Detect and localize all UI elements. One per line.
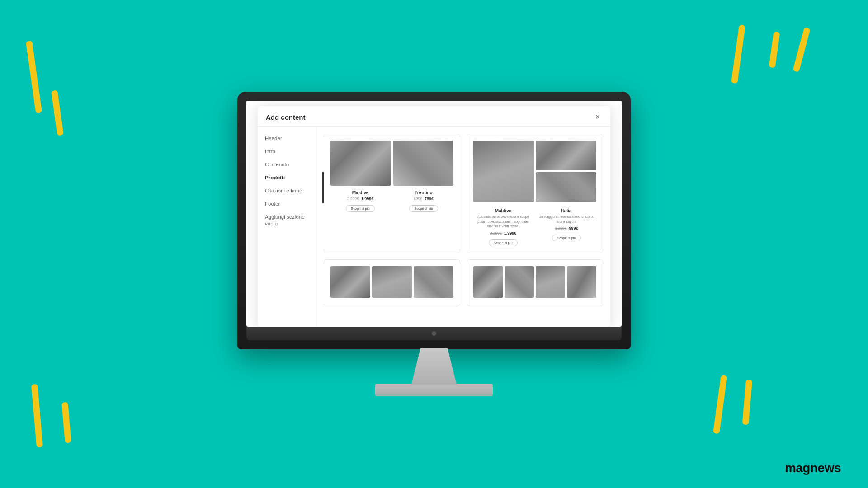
card4-img3 (536, 266, 565, 298)
product-card-1[interactable]: Maldive 2.299€ 1.999€ Scopri di più (324, 134, 460, 253)
card2-name1: Maldive (473, 208, 533, 213)
card4-photo4 (567, 266, 596, 298)
card2-old-price2: 1.299€ (555, 226, 566, 230)
card2-prices1: 2.299€ 1.999€ (473, 231, 533, 235)
sidebar-active-indicator (322, 172, 324, 203)
card1-old-price2: 899€ (414, 197, 422, 201)
deco-line-bl-1 (31, 384, 43, 448)
sidebar: Header Intro Contenuto Prodotti Citazion… (258, 127, 316, 327)
card2-img2 (536, 141, 596, 170)
card4-images (473, 266, 596, 298)
card1-images (330, 141, 453, 186)
product-card-4[interactable] (467, 259, 603, 306)
card2-desc1: Abbandonati all'avventura e scopri posti… (473, 215, 533, 229)
monitor-body: Add content × Header Intro Contenuto Pro… (237, 92, 631, 349)
sidebar-item-header[interactable]: Header (258, 132, 316, 145)
card2-photo2 (536, 141, 596, 170)
card1-name2: Trentino (394, 190, 453, 195)
card3-img1 (330, 266, 370, 298)
card4-photo1 (473, 266, 503, 298)
card2-product-italia: Italia Un viaggio attraverso scorci di s… (537, 208, 596, 246)
sidebar-item-prodotti[interactable]: Prodotti (258, 171, 316, 184)
sidebar-item-contenuto[interactable]: Contenuto (258, 158, 316, 171)
card3-img2 (372, 266, 412, 298)
card2-new-price2: 999€ (569, 226, 578, 230)
dialog-title: Add content (266, 113, 306, 121)
card3-images (330, 266, 453, 298)
deco-line-tl-1 (26, 41, 42, 113)
card3-photo2 (372, 266, 412, 298)
card2-btn1[interactable]: Scopri di più (489, 239, 517, 246)
card2-products: Maldive Abbandonati all'avventura e scop… (473, 208, 596, 246)
card1-photo2 (393, 141, 453, 186)
card4-photo2 (505, 266, 534, 298)
card2-img3 (536, 172, 596, 202)
deco-line-bl-2 (61, 402, 71, 443)
logo-news: news (810, 461, 841, 475)
card1-product-maldive: Maldive 2.299€ 1.999€ Scopri di più (330, 190, 390, 212)
card1-product-trentino: Trentino 899€ 799€ Scopri di più (394, 190, 453, 212)
card3-photo3 (414, 266, 453, 298)
card1-new-price2: 799€ (425, 197, 434, 201)
sidebar-item-intro[interactable]: Intro (258, 145, 316, 158)
card3-photo1 (330, 266, 370, 298)
sidebar-item-footer[interactable]: Footer (258, 197, 316, 211)
magnews-logo: magnews (785, 461, 841, 475)
card3-img3 (414, 266, 453, 298)
card1-products: Maldive 2.299€ 1.999€ Scopri di più (330, 190, 453, 212)
deco-line-br-1 (713, 375, 727, 434)
deco-line-tr-1 (731, 25, 745, 84)
deco-line-tl-2 (51, 90, 64, 136)
deco-line-br-2 (742, 380, 753, 425)
deco-line-tr-2 (769, 31, 780, 68)
card2-new-price1: 1.999€ (504, 231, 517, 235)
card2-photo1 (473, 141, 534, 202)
card1-img1 (330, 141, 391, 186)
card1-btn2[interactable]: Scopri di più (409, 205, 438, 212)
card1-btn1[interactable]: Scopri di più (346, 205, 374, 212)
dialog-header: Add content × (258, 106, 610, 127)
card4-photo3 (536, 266, 565, 298)
monitor-screen: Add content × Header Intro Contenuto Pro… (246, 101, 622, 327)
card1-img2 (393, 141, 453, 186)
screen-content: Add content × Header Intro Contenuto Pro… (246, 101, 622, 327)
card1-old-price1: 2.299€ (347, 197, 359, 201)
card1-new-price1: 1.999€ (361, 197, 374, 201)
card2-photo3 (536, 172, 596, 202)
close-button[interactable]: × (593, 113, 602, 122)
add-content-dialog: Add content × Header Intro Contenuto Pro… (258, 106, 610, 327)
sidebar-item-aggiungi[interactable]: Aggiungi sezione vuota (258, 211, 316, 230)
monitor-neck (411, 348, 457, 385)
card2-images (473, 141, 596, 204)
card4-img4 (567, 266, 596, 298)
deco-line-tr-3 (793, 27, 810, 72)
card4-img2 (505, 266, 534, 298)
monitor-dot (432, 331, 436, 336)
card1-name1: Maldive (330, 190, 390, 195)
sidebar-item-citazioni[interactable]: Citazioni e firme (258, 184, 316, 197)
dialog-body: Header Intro Contenuto Prodotti Citazion… (258, 127, 610, 327)
monitor-stand (375, 384, 493, 396)
card2-name2: Italia (537, 208, 596, 213)
card2-btn2[interactable]: Scopri di più (552, 235, 580, 241)
card2-old-price1: 2.299€ (490, 231, 502, 235)
card1-prices1: 2.299€ 1.999€ (330, 197, 390, 201)
logo-mag: mag (785, 461, 810, 475)
content-area: Maldive 2.299€ 1.999€ Scopri di più (316, 127, 610, 327)
product-card-3[interactable] (324, 259, 460, 306)
monitor-bezel-bottom (246, 327, 622, 340)
monitor: Add content × Header Intro Contenuto Pro… (237, 92, 631, 396)
card2-img1 (473, 141, 534, 202)
card2-prices2: 1.299€ 999€ (537, 226, 596, 230)
card2-product-maldive: Maldive Abbandonati all'avventura e scop… (473, 208, 533, 246)
card2-desc2: Un viaggio attraverso scorci di storia, … (537, 215, 596, 224)
card1-prices2: 899€ 799€ (394, 197, 453, 201)
card1-photo1 (330, 141, 391, 186)
product-card-2[interactable]: Maldive Abbandonati all'avventura e scop… (467, 134, 603, 253)
card4-img1 (473, 266, 503, 298)
